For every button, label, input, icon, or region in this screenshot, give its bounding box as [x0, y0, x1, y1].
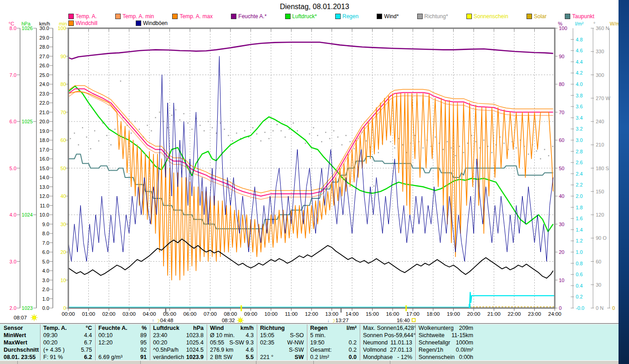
- axis-label: 360 N: [596, 25, 609, 31]
- axis-label: 29.0: [40, 35, 49, 40]
- direction-dot: [204, 130, 205, 131]
- direction-dot: [147, 125, 148, 126]
- axis-label: 0.8: [576, 261, 583, 266]
- axis-label: 60: [559, 137, 564, 143]
- axis-label: 11.0: [40, 203, 49, 208]
- table-row: 00:206.7: [41, 339, 95, 346]
- axis-label: 25.0: [40, 72, 49, 78]
- cell-label: Ø 10 min.: [210, 332, 235, 339]
- cell-value: 0.0: [349, 354, 357, 361]
- axis-label: 6.0: [42, 249, 49, 255]
- table-row: 09:304.4: [41, 332, 95, 339]
- column-header: Regen: [310, 324, 327, 332]
- axis-label: 3.6: [576, 104, 583, 109]
- table-row: 00:1089: [96, 332, 149, 339]
- table-row: Gesamt:0.2: [307, 346, 359, 354]
- axis-label: 20: [61, 249, 66, 255]
- cell-value: 1023.9: [186, 354, 204, 361]
- cell-value: 4.4: [84, 332, 92, 339]
- axis-label: 16:00: [386, 311, 399, 317]
- axis-label: 10: [559, 278, 564, 283]
- sunrise-sun-icon: [239, 318, 242, 322]
- axis-label: 1025: [22, 119, 33, 124]
- axis-label: 4.0: [576, 81, 583, 87]
- table-row: Feuchte A.%: [96, 324, 149, 332]
- direction-dot: [540, 158, 541, 159]
- table-row: 276.9 km4.6: [207, 346, 256, 354]
- direction-dot: [114, 129, 115, 130]
- info-label: Sichtweite: [419, 332, 445, 339]
- table-row: Sonnen Pos-59,644°: [360, 332, 415, 339]
- axis-label: 11:00: [285, 311, 298, 317]
- direction-dot: [528, 154, 529, 155]
- direction-dot: [305, 143, 306, 144]
- axis-label: 0.0: [42, 305, 49, 311]
- info-value: 0.0l/m²: [456, 346, 473, 354]
- direction-dot: [345, 135, 346, 136]
- table-row: MaxWert: [1, 339, 39, 346]
- axis-label: 24:00: [548, 311, 562, 317]
- table-row: Max. Sonnen16,428°: [360, 324, 415, 332]
- table-column: Max. Sonnen16,428°Sonnen Pos-59,644°Neum…: [360, 324, 415, 361]
- cell-value: S-SW 9.3: [230, 339, 254, 346]
- table-row: 6.69 g/m³91: [96, 354, 149, 361]
- axis-label: 06:00: [184, 311, 197, 317]
- direction-dot: [285, 136, 286, 137]
- direction-dot: [483, 140, 484, 141]
- column-unit: %: [142, 324, 147, 332]
- direction-dot: [402, 144, 403, 145]
- column-header: Luftdruck: [153, 324, 179, 332]
- info-value: 11-15km: [451, 332, 473, 339]
- direction-dot: [467, 143, 468, 144]
- info-label: Mondphase: [363, 354, 393, 361]
- column-header: Richtung: [260, 324, 285, 332]
- cell-label: 19:50: [310, 339, 324, 346]
- axis-label: ↓: [327, 318, 330, 323]
- axis-label: 0 N: [596, 305, 603, 311]
- direction-dot: [232, 141, 233, 142]
- direction-dot: [70, 138, 71, 139]
- axis-label: 4.4: [576, 59, 583, 65]
- table-row: 19:500.2: [307, 339, 359, 346]
- axis-label: 3.2: [576, 126, 583, 131]
- direction-dot: [293, 122, 294, 123]
- direction-dot: [479, 147, 480, 148]
- axis-label: 90 O: [596, 235, 607, 241]
- axis-label: 13:00: [325, 311, 338, 317]
- axis-label: 07:00: [204, 311, 217, 317]
- axis-label: 50: [61, 166, 66, 171]
- direction-dot: [268, 138, 269, 139]
- direction-dot: [321, 141, 322, 142]
- axis-label: 0.6: [576, 272, 583, 277]
- axis-label: 21:00: [487, 311, 501, 317]
- cell-value: W-NW: [287, 339, 304, 346]
- direction-dot: [338, 136, 338, 137]
- cell-label: 5 min.: [310, 332, 326, 339]
- axis-label: 1.0: [42, 296, 49, 302]
- cell-label: 23:40: [153, 332, 167, 339]
- info-value: 11.01.13: [390, 339, 412, 346]
- axis-label: 12:00: [305, 311, 318, 317]
- axis-label: 02:00: [102, 311, 116, 317]
- direction-dot: [342, 144, 343, 145]
- table-row: Schneefallgr1000m: [416, 339, 476, 346]
- axis-label: 04:48: [160, 318, 174, 323]
- axis-label: 1024: [22, 212, 33, 217]
- axis-label: 16.0: [40, 156, 49, 162]
- axis-label: 23.0: [40, 91, 49, 96]
- direction-dot: [187, 122, 188, 123]
- info-label: Schneefallgr: [419, 339, 450, 346]
- status-bar-segment: [256, 361, 256, 364]
- table-row: (+ 4.35 )5.75: [41, 346, 95, 354]
- cell-label: 0.2 l/m²: [310, 354, 329, 361]
- table-row: 00:201025.4: [150, 339, 206, 346]
- cell-label: 09:30: [43, 332, 57, 339]
- axis-label: 20: [559, 249, 564, 255]
- axis-label: 100: [58, 25, 66, 31]
- table-column: Feuchte A.%00:108912:2095926.69 g/m³91: [95, 324, 149, 361]
- table-row: 92: [96, 346, 149, 354]
- cell-label: 276.9 km: [210, 346, 233, 354]
- status-bar-segment: [140, 361, 141, 364]
- direction-dot: [516, 147, 516, 148]
- corner-sun-icon-ray: [32, 315, 33, 316]
